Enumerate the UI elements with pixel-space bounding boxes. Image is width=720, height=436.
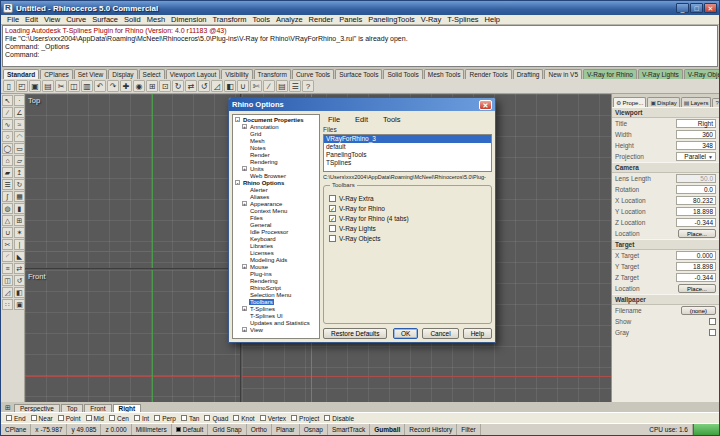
tree-item[interactable]: Plug-ins (234, 270, 318, 277)
trim-icon[interactable]: ✄ (250, 80, 262, 92)
dialog-close-icon[interactable]: ✕ (479, 100, 492, 110)
group-icon[interactable]: ▣ (14, 299, 25, 310)
tree-item[interactable]: Modeling Aids (234, 256, 318, 263)
viewport-tab[interactable]: Right (113, 404, 142, 412)
sweep-icon[interactable]: ∫ (2, 191, 13, 202)
osnap-option[interactable]: Mid (86, 415, 104, 422)
tree-expander-icon[interactable] (242, 292, 247, 297)
command-history[interactable]: Loading Autodesk T-Splines Plugin for Rh… (2, 25, 718, 67)
toolbar-tab[interactable]: Surface Tools (335, 69, 382, 79)
tree-item[interactable]: Context Menu (234, 207, 318, 214)
camera-z-value[interactable]: -0.344 (676, 218, 716, 227)
tree-item[interactable]: Aliases (234, 193, 318, 200)
menu-item[interactable]: Render (306, 15, 337, 24)
tree-expander-icon[interactable]: + (242, 327, 247, 332)
tab-help[interactable]: ? Help (712, 98, 719, 107)
osnap-checkbox[interactable] (58, 415, 64, 421)
menu-item[interactable]: Tools (249, 15, 273, 24)
redo-icon[interactable]: ↷ (107, 80, 119, 92)
toolbar-check-row[interactable]: V-Ray Objects (329, 233, 486, 243)
tree-expander-icon[interactable] (242, 194, 247, 199)
toolbar-tab[interactable]: V-Ray Objects (684, 69, 719, 79)
close-button[interactable]: ✕ (704, 3, 717, 13)
split-icon[interactable]: ∕ (263, 80, 275, 92)
camera-place-button[interactable]: Place... (678, 229, 716, 238)
osnap-option[interactable]: Vertex (260, 415, 286, 422)
tree-expander-icon[interactable] (242, 187, 247, 192)
help-button[interactable]: Help (463, 328, 492, 339)
menu-item[interactable]: Curve (63, 15, 89, 24)
toolbar-tab[interactable]: Transform (254, 69, 291, 79)
tab-properties[interactable]: ⚙ Prope... (613, 97, 646, 107)
osnap-checkbox[interactable] (134, 415, 140, 421)
tree-expander-icon[interactable] (242, 222, 247, 227)
dialog-menu-item[interactable]: File (325, 115, 343, 124)
tree-item[interactable]: - Document Properties (234, 116, 318, 123)
projection-dropdown[interactable]: Parallel▼ (676, 152, 716, 161)
osnap-option[interactable]: Perp (154, 415, 176, 422)
osnap-option[interactable]: Tan (181, 415, 199, 422)
toolbar-tab[interactable]: CPlanes (40, 69, 73, 79)
rotate-view-icon[interactable]: ↻ (172, 80, 184, 92)
line-icon[interactable]: ∕ (2, 107, 13, 118)
loft-icon[interactable]: ☰ (2, 179, 13, 190)
toolbar-tab[interactable]: Mesh Tools (424, 69, 465, 79)
camera-x-value[interactable]: 80.232 (676, 196, 716, 205)
menu-item[interactable]: Edit (22, 15, 41, 24)
cylinder-icon[interactable]: ▮ (14, 203, 25, 214)
tree-item[interactable]: Notes (234, 144, 318, 151)
fillet-icon[interactable]: ◜ (2, 251, 13, 262)
tree-item[interactable]: Files (234, 214, 318, 221)
tree-item[interactable]: + Units (234, 165, 318, 172)
tree-item[interactable]: Mesh (234, 137, 318, 144)
osnap-checkbox[interactable] (233, 415, 239, 421)
menu-item[interactable]: V-Ray (418, 15, 444, 24)
pan-icon[interactable]: ✚ (120, 80, 132, 92)
toolbar-tab[interactable]: Render Tools (465, 69, 511, 79)
toolbar-tab[interactable]: Viewport Layout (166, 69, 221, 79)
tree-expander-icon[interactable] (242, 285, 247, 290)
tree-item[interactable]: Alerter (234, 186, 318, 193)
toolbar-check-row[interactable]: V-Ray for Rhino (4 tabs) (329, 213, 486, 223)
tree-expander-icon[interactable] (242, 271, 247, 276)
tree-expander-icon[interactable] (242, 145, 247, 150)
select-icon[interactable]: ↖ (2, 95, 13, 106)
tree-item[interactable]: General (234, 221, 318, 228)
polygon-icon[interactable]: ⌂ (2, 155, 13, 166)
toolbar-tab[interactable]: V-Ray Lights (638, 69, 683, 79)
join-icon[interactable]: ∪ (237, 80, 249, 92)
tree-expander-icon[interactable] (242, 250, 247, 255)
osnap-checkbox[interactable] (31, 415, 37, 421)
wallpaper-show-checkbox[interactable] (709, 318, 716, 325)
command-prompt[interactable]: Command: (5, 51, 715, 59)
object-properties-icon[interactable]: ☰ (289, 80, 301, 92)
viewport-label-top[interactable]: Top (28, 96, 40, 105)
ok-button[interactable]: OK (393, 328, 418, 339)
statusbar-toggle[interactable]: Filter (457, 424, 480, 435)
tree-expander-icon[interactable]: + (242, 124, 247, 129)
statusbar-toggle[interactable]: Osnap (300, 424, 328, 435)
scale-icon[interactable]: ◿ (2, 287, 13, 298)
tree-item[interactable]: + T-Splines (234, 305, 318, 312)
save-file-icon[interactable]: ▣ (29, 80, 41, 92)
osnap-checkbox[interactable] (86, 415, 92, 421)
rectangle-icon[interactable]: ▭ (14, 143, 25, 154)
explode-icon[interactable]: ✶ (14, 227, 25, 238)
toolbar-tab[interactable]: Select (139, 69, 165, 79)
toolbar-tab[interactable]: Standard (3, 69, 39, 79)
paste-icon[interactable]: ▥ (81, 80, 93, 92)
viewport-tab[interactable]: Top (61, 404, 83, 412)
osnap-option[interactable]: Cen (109, 415, 129, 422)
cut-icon[interactable]: ✂ (55, 80, 67, 92)
tree-item[interactable]: Licenses (234, 249, 318, 256)
menu-item[interactable]: Mesh (144, 15, 168, 24)
osnap-option[interactable]: Project (291, 415, 319, 422)
tree-item[interactable]: RhinoScript (234, 284, 318, 291)
toolbar-tab[interactable]: Visibility (221, 69, 252, 79)
tree-expander-icon[interactable] (242, 313, 247, 318)
move-icon[interactable]: ⇄ (185, 80, 197, 92)
help-icon[interactable]: ? (302, 80, 314, 92)
viewport-layout-icon[interactable]: ⊞ (3, 404, 13, 412)
toolbar-tab[interactable]: V-Ray for Rhino (583, 69, 637, 79)
tree-expander-icon[interactable] (242, 131, 247, 136)
